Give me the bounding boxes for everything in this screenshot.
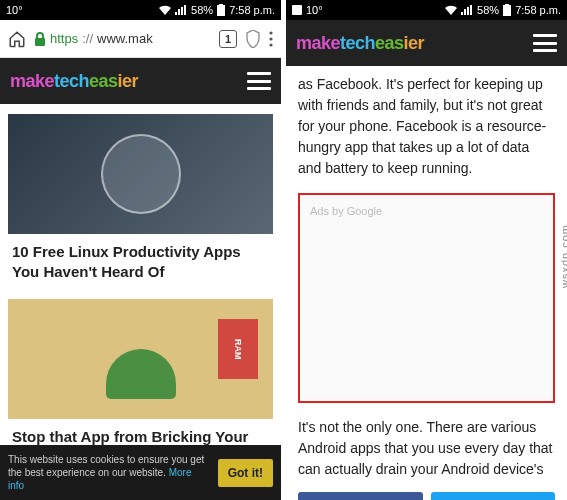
facebook-share-button[interactable]: Share [298,492,423,500]
share-buttons: Share Tweet [286,488,567,500]
hamburger-icon[interactable] [247,72,271,90]
ad-placeholder[interactable]: Ads by Google [298,193,555,403]
left-screenshot: 10° 58% 7:58 p.m. https://www.mak 1 make… [0,0,281,500]
home-icon[interactable] [8,30,26,48]
card-image [8,114,273,234]
signal-icon [175,5,187,15]
site-header: maketecheasier [0,58,281,104]
status-bar: 10° 58% 7:58 p.m. [0,0,281,20]
svg-rect-6 [292,5,302,15]
ram-chip: RAM [218,319,258,379]
battery-icon [217,4,225,16]
tab-count[interactable]: 1 [219,30,237,48]
brave-icon[interactable] [245,30,261,48]
status-temp: 10° [306,4,323,16]
status-temp: 10° [6,4,23,16]
cookie-text: This website uses cookies to ensure you … [8,453,210,492]
site-logo[interactable]: maketecheasier [10,71,138,92]
svg-rect-8 [505,4,509,5]
watermark: wsxdn.com [559,224,567,288]
battery-icon [503,4,511,16]
right-screenshot: wsxdn.com 10° 58% 7:58 p.m. maketecheasi… [286,0,567,500]
status-time: 7:58 p.m. [229,4,275,16]
card-title: 10 Free Linux Productivity Apps You Have… [8,234,273,289]
svg-rect-1 [219,4,223,5]
wifi-icon [159,5,171,15]
status-bar: 10° 58% 7:58 p.m. [286,0,567,20]
card-image: RAM [8,299,273,419]
site-header: maketecheasier [286,20,567,66]
url-field[interactable]: https://www.mak [34,31,211,46]
got-it-button[interactable]: Got it! [218,459,273,487]
status-time: 7:58 p.m. [515,4,561,16]
cookie-banner: This website uses cookies to ensure you … [0,445,281,500]
svg-point-3 [269,31,272,34]
signal-icon [461,5,473,15]
article-paragraph: It's not the only one. There are various… [286,409,567,488]
svg-rect-0 [217,5,225,16]
page-content: 10 Free Linux Productivity Apps You Have… [0,104,281,500]
url-scheme: https [50,31,78,46]
article-paragraph: as Facebook. It's perfect for keeping up… [286,66,567,187]
svg-rect-7 [503,5,511,16]
app-icon [292,5,302,15]
svg-point-5 [269,43,272,46]
status-battery: 58% [477,4,499,16]
page-content: as Facebook. It's perfect for keeping up… [286,66,567,500]
site-logo[interactable]: maketecheasier [296,33,424,54]
hamburger-icon[interactable] [533,34,557,52]
svg-point-4 [269,37,272,40]
url-sep: :// [82,31,93,46]
article-card[interactable]: 10 Free Linux Productivity Apps You Have… [8,114,273,289]
svg-rect-2 [35,38,45,46]
wifi-icon [445,5,457,15]
twitter-share-button[interactable]: Tweet [431,492,556,500]
browser-address-bar: https://www.mak 1 [0,20,281,58]
url-host: www.mak [97,31,153,46]
ad-label: Ads by Google [310,205,382,217]
status-battery: 58% [191,4,213,16]
lock-icon [34,32,46,46]
menu-dots-icon[interactable] [269,31,273,47]
